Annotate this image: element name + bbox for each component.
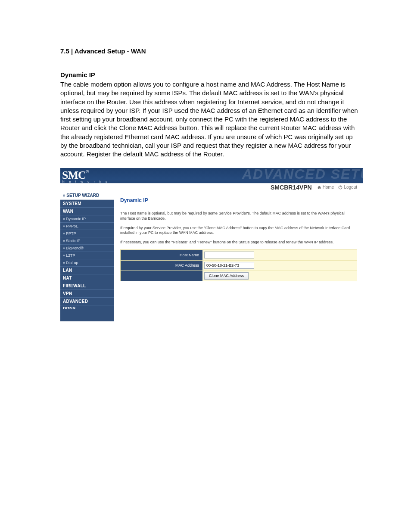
svg-rect-1 (340, 185, 341, 187)
content-paragraph-2: If required by your Service Provider, yo… (120, 226, 357, 236)
model-name: SMCBR14VPN (271, 184, 312, 191)
logout-label: Logout (344, 185, 357, 190)
subtitle: Dynamic IP (60, 71, 359, 78)
content-paragraph-3: If necessary, you can use the "Release" … (120, 240, 357, 245)
sidebar: » SETUP WIZARD SYSTEM WAN »Dynamic IP »P… (60, 191, 114, 321)
host-name-label: Host Name (121, 250, 202, 260)
content-title: Dynamic IP (120, 197, 357, 203)
sidebar-sub-l2tp[interactable]: »L2TP (60, 252, 114, 259)
mac-address-input[interactable] (204, 262, 254, 269)
sidebar-sub-static-ip[interactable]: »Static IP (60, 237, 114, 245)
sidebar-sub-pptp[interactable]: »PPTP (60, 230, 114, 237)
sidebar-item-advanced[interactable]: ADVANCED (60, 298, 114, 305)
host-name-input[interactable] (204, 252, 254, 258)
sidebar-sub-dynamic-ip[interactable]: »Dynamic IP (60, 215, 114, 223)
router-screenshot: SMC® N e t w o r k s ADVANCED SETU SMCBR… (60, 168, 363, 321)
logout-link[interactable]: Logout (338, 185, 357, 190)
sidebar-item-firewall[interactable]: FIREWALL (60, 282, 114, 290)
home-link[interactable]: Home (317, 185, 334, 190)
form-row-hostname: Host Name (121, 250, 357, 260)
sidebar-sub-bigpond[interactable]: »BigPond® (60, 245, 114, 252)
sidebar-sub-dialup[interactable]: »Dial-up (60, 259, 114, 267)
home-icon (317, 185, 321, 190)
logout-icon (338, 185, 342, 190)
section-title: 7.5 | Advanced Setup - WAN (60, 47, 359, 55)
form-row-mac: MAC Address (121, 260, 357, 271)
form-table: Host Name MAC Address Clone MAC Address (120, 249, 357, 281)
screenshot-header: SMC® N e t w o r k s ADVANCED SETU SMCBR… (60, 168, 363, 191)
content-paragraph-1: The Host name is optional, but may be re… (120, 211, 357, 221)
sidebar-item-wan[interactable]: WAN (60, 208, 114, 215)
sidebar-item-system[interactable]: SYSTEM (60, 200, 114, 208)
sidebar-item-ddns[interactable]: DDNS (60, 305, 114, 309)
sidebar-sub-pppoe[interactable]: »PPPoE (60, 223, 114, 230)
model-strip: SMCBR14VPN Home Logout (60, 183, 363, 191)
form-row-clone: Clone MAC Address (121, 271, 357, 281)
sidebar-item-lan[interactable]: LAN (60, 267, 114, 274)
logo-registered: ® (86, 169, 89, 174)
logo-block: SMC® N e t w o r k s (62, 170, 109, 184)
content-area: Dynamic IP The Host name is optional, bu… (114, 191, 363, 321)
ghost-advanced-text: ADVANCED SETU (242, 168, 363, 182)
sidebar-setup-wizard[interactable]: » SETUP WIZARD (60, 191, 114, 200)
home-label: Home (323, 185, 334, 190)
clone-mac-button[interactable]: Clone MAC Address (204, 272, 249, 280)
mac-address-label: MAC Address (121, 261, 202, 271)
sidebar-item-vpn[interactable]: VPN (60, 290, 114, 298)
sidebar-item-nat[interactable]: NAT (60, 274, 114, 282)
body-paragraph: The cable modem option allows you to con… (60, 80, 359, 159)
